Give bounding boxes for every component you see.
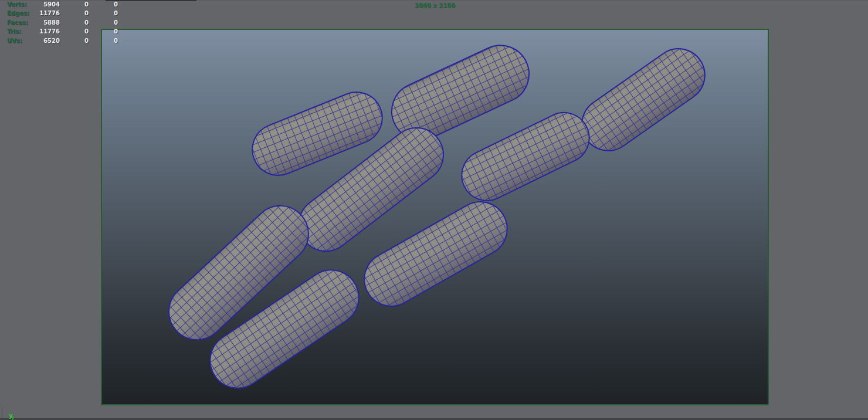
- hud-row-selected-count: 0: [60, 0, 89, 9]
- capsule-wireframe: [572, 38, 716, 161]
- hud-row-selected-count: 0: [60, 18, 89, 27]
- scene-meshes: [157, 36, 715, 399]
- hud-row-selected-count: 0: [60, 27, 89, 36]
- capsule-mesh-mid-right[interactable]: [453, 104, 598, 209]
- view-axis-indicator: y: [9, 409, 13, 420]
- hud-row-label: Edges:: [6, 9, 29, 18]
- y-axis-stem: [12, 416, 13, 420]
- hud-row-label: UVs:: [6, 36, 22, 45]
- hud-row: Tris:11776: [6, 27, 60, 36]
- hud-row: Faces:5888: [6, 18, 60, 27]
- viewport-3d[interactable]: [101, 29, 769, 405]
- hud-row-total: 5888: [43, 18, 60, 27]
- resolution-gate-label: 3840 x 2160: [101, 2, 769, 9]
- poly-count-hud: Verts:590400Edges:1177600Faces:588800Tri…: [6, 0, 121, 45]
- hud-row-selected-count-2: 0: [89, 9, 118, 18]
- viewport-canvas[interactable]: [102, 30, 768, 404]
- hud-row-selected-count: 0: [60, 9, 89, 18]
- hud-row-selected-count-2: 0: [89, 36, 118, 45]
- hud-row-selected-count: 0: [60, 36, 89, 45]
- hud-row: Edges:11776: [6, 9, 60, 18]
- hud-row: Verts:5904: [6, 0, 60, 9]
- hud-row-label: Verts:: [6, 0, 27, 9]
- hud-row-total: 6520: [43, 36, 60, 45]
- hud-row-label: Faces:: [6, 18, 28, 27]
- hud-row-label: Tris:: [6, 27, 21, 36]
- hud-row-selected-count-2: 0: [89, 0, 118, 9]
- capsule-wireframe: [453, 104, 598, 209]
- hud-row-total: 11776: [39, 27, 60, 36]
- capsule-mesh-top-right[interactable]: [572, 38, 716, 161]
- hud-row-total: 5904: [43, 0, 60, 9]
- hud-row-selected-count-2: 0: [89, 18, 118, 27]
- hud-row-total: 11776: [39, 9, 60, 18]
- hud-row-selected-count-2: 0: [89, 27, 118, 36]
- hud-row: UVs:6520: [6, 36, 60, 45]
- application-window: Verts:590400Edges:1177600Faces:588800Tri…: [0, 0, 868, 420]
